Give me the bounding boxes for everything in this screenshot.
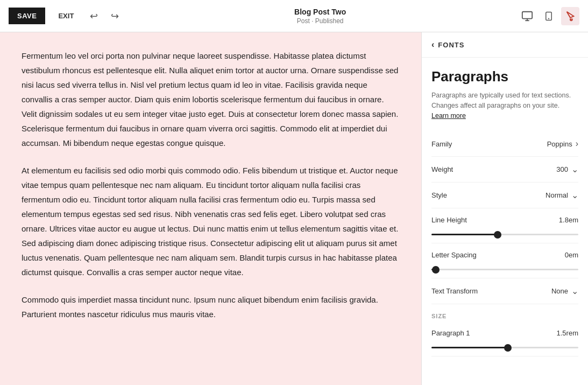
paragraph1-label: Paragraph 1 — [431, 329, 470, 337]
exit-button[interactable]: EXIT — [52, 8, 80, 24]
text-transform-label: Text Transform — [431, 287, 478, 295]
style-row: Style Normal ⌄ — [431, 183, 578, 208]
learn-more-link[interactable]: Learn more — [431, 112, 466, 120]
family-label: Family — [431, 140, 452, 148]
style-value-container: Normal ⌄ — [546, 190, 578, 200]
paragraph1-thumb[interactable] — [504, 344, 512, 352]
size-section-label: SIZE — [431, 304, 578, 321]
redo-button[interactable]: ↪ — [108, 7, 122, 25]
paragraph-1: Fermentum leo vel orci porta non pulvina… — [22, 48, 400, 150]
weight-value: 300 — [556, 165, 568, 173]
letter-spacing-section: Letter Spacing 0em — [431, 243, 578, 278]
svg-rect-0 — [522, 11, 532, 18]
panel-content: Paragraphs Paragraphs are typically used… — [422, 58, 588, 367]
letter-spacing-track — [431, 269, 578, 270]
save-button[interactable]: SAVE — [9, 8, 45, 24]
line-height-section: Line Height 1.8em — [431, 208, 578, 243]
paragraph-2: At elementum eu facilisis sed odio morbi… — [22, 163, 400, 279]
mobile-icon — [544, 10, 554, 22]
letter-spacing-value: 0em — [565, 251, 578, 259]
text-transform-chevron-icon: ⌄ — [571, 286, 578, 296]
text-transform-row: Text Transform None ⌄ — [431, 278, 578, 304]
paragraph1-value: 1.5rem — [557, 329, 578, 337]
paragraph1-section: Paragraph 1 1.5rem — [431, 321, 578, 356]
line-height-track — [431, 234, 578, 235]
line-height-thumb[interactable] — [494, 231, 501, 239]
undo-button[interactable]: ↩ — [87, 7, 101, 25]
weight-label: Weight — [431, 165, 453, 173]
weight-chevron-icon: ⌄ — [571, 164, 578, 174]
text-transform-value: None — [551, 287, 568, 295]
topbar-center: Blog Post Two Post · Published — [129, 7, 512, 24]
line-height-value: 1.8em — [559, 216, 578, 224]
paragraph1-slider[interactable] — [431, 339, 578, 356]
panel-title: Paragraphs — [431, 68, 578, 85]
back-label: FONTS — [438, 41, 464, 49]
desktop-icon — [521, 10, 533, 22]
paint-icon — [564, 10, 576, 22]
paint-button[interactable] — [561, 7, 579, 25]
page-subtitle: Post · Published — [129, 17, 512, 25]
family-row: Family Poppins › — [431, 131, 578, 157]
family-value: Poppins — [547, 140, 572, 148]
weight-row: Weight 300 ⌄ — [431, 157, 578, 183]
content-area: Fermentum leo vel orci porta non pulvina… — [0, 32, 421, 385]
letter-spacing-slider[interactable] — [431, 261, 578, 278]
family-value-container: Poppins › — [547, 139, 578, 149]
family-chevron-icon: › — [576, 139, 578, 149]
style-chevron-icon: ⌄ — [571, 190, 578, 200]
topbar-icons — [518, 7, 579, 25]
letter-spacing-thumb[interactable] — [432, 266, 440, 274]
panel-description: Paragraphs are typically used for text s… — [431, 90, 578, 121]
line-height-label: Line Height — [431, 216, 467, 224]
line-height-fill — [431, 234, 498, 235]
content-text: Fermentum leo vel orci porta non pulvina… — [22, 48, 400, 321]
style-value: Normal — [546, 191, 568, 199]
letter-spacing-label: Letter Spacing — [431, 251, 477, 259]
line-height-row: Line Height 1.8em — [431, 208, 578, 226]
paragraph1-row: Paragraph 1 1.5rem — [431, 321, 578, 339]
right-panel: ‹ FONTS Paragraphs Paragraphs are typica… — [421, 32, 588, 385]
main-layout: Fermentum leo vel orci porta non pulvina… — [0, 32, 588, 385]
topbar: SAVE EXIT ↩ ↪ Blog Post Two Post · Publi… — [0, 0, 588, 32]
paragraph-3: Commodo quis imperdiet massa tincidunt n… — [22, 292, 400, 321]
page-title: Blog Post Two — [129, 7, 512, 17]
paragraph1-track — [431, 347, 578, 348]
letter-spacing-row: Letter Spacing 0em — [431, 243, 578, 261]
paragraph1-fill — [431, 347, 508, 348]
panel-desc-text: Paragraphs are typically used for text s… — [431, 92, 571, 109]
panel-header: ‹ FONTS — [422, 32, 588, 58]
back-button[interactable]: ‹ FONTS — [431, 40, 464, 50]
weight-value-container: 300 ⌄ — [556, 164, 578, 174]
line-height-slider[interactable] — [431, 226, 578, 243]
text-transform-value-container: None ⌄ — [551, 286, 578, 296]
desktop-view-button[interactable] — [518, 7, 536, 25]
mobile-view-button[interactable] — [541, 7, 557, 25]
style-label: Style — [431, 191, 447, 199]
chevron-left-icon: ‹ — [431, 40, 435, 50]
